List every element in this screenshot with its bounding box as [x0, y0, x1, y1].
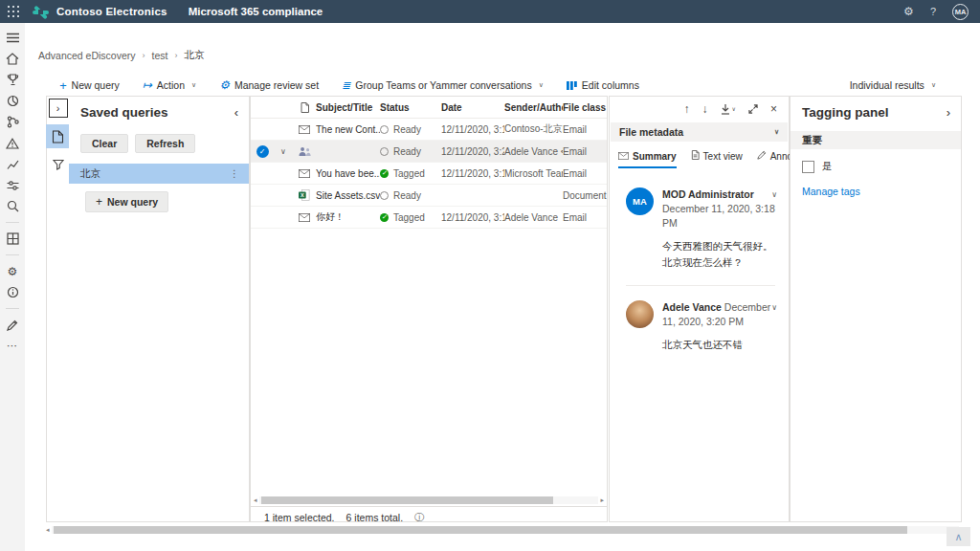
- message-divider: [626, 285, 775, 286]
- column-subject[interactable]: Subject/Title: [316, 102, 380, 113]
- cell-date: 12/11/2020, 3:20...: [441, 146, 504, 157]
- status-ready-icon: [380, 191, 389, 200]
- table-row[interactable]: You have bee...✓Tagged12/11/2020, 3:19..…: [251, 163, 607, 185]
- row-expand-chevron-icon[interactable]: ∨: [274, 147, 293, 156]
- add-icon: +: [96, 195, 102, 209]
- data-classification-icon[interactable]: [6, 94, 20, 108]
- new-query-button[interactable]: +New query: [85, 191, 168, 212]
- table-row[interactable]: ✓∨Ready12/11/2020, 3:20...Adele Vance <A…: [251, 141, 607, 163]
- search-icon[interactable]: [6, 199, 20, 213]
- results-mode-label: Individual results: [850, 79, 924, 91]
- column-status[interactable]: Status: [380, 102, 441, 113]
- command-label: Edit columns: [582, 79, 639, 91]
- app-title[interactable]: Microsoft 365 compliance: [189, 6, 323, 17]
- message-collapse-chevron-icon[interactable]: ∨: [771, 190, 777, 199]
- table-horizontal-scrollbar[interactable]: ◂ ▸: [254, 496, 604, 504]
- scrollbar-thumb[interactable]: [54, 526, 907, 534]
- table-row[interactable]: The new Cont...Ready12/11/2020, 3:17...C…: [251, 119, 607, 141]
- data-connectors-icon[interactable]: [6, 115, 20, 129]
- expand-panel-button[interactable]: ›: [49, 99, 68, 118]
- tab-summary[interactable]: Summary: [618, 150, 677, 168]
- column-date[interactable]: Date: [441, 102, 504, 113]
- scroll-left-arrow-icon[interactable]: ◂: [254, 496, 257, 503]
- nav-divider: [6, 254, 19, 255]
- column-sender[interactable]: Sender/Author: [504, 102, 563, 113]
- help-icon[interactable]: ?: [930, 6, 936, 17]
- table-row[interactable]: XSite Assets.csvReadyDocument: [251, 185, 607, 207]
- edit-icon[interactable]: [6, 318, 20, 332]
- more-options-icon[interactable]: ⋮: [230, 168, 239, 179]
- saved-queries-list: 北京⋮: [69, 164, 249, 184]
- previous-item-arrow-up-icon[interactable]: ↑: [684, 103, 690, 115]
- scroll-left-arrow-icon[interactable]: ◂: [46, 526, 50, 533]
- breadcrumb-item[interactable]: Advanced eDiscovery: [38, 50, 136, 61]
- compliance-manager-icon[interactable]: [6, 73, 20, 87]
- item-detail-panel: ↑ ↓ ∨ × File metadata ∨ SummaryText view…: [609, 96, 790, 522]
- close-icon[interactable]: ×: [770, 103, 777, 115]
- saved-queries-title: Saved queries: [69, 97, 249, 120]
- home-icon[interactable]: [6, 52, 20, 66]
- expand-view-icon[interactable]: [748, 104, 758, 114]
- cell-subject: Site Assets.csv: [316, 190, 380, 201]
- detail-tabs: SummaryText viewAnnotate view: [610, 142, 789, 168]
- status-ready-icon: [380, 147, 389, 156]
- row-select-checkbox[interactable]: ✓: [251, 145, 274, 158]
- more-icon[interactable]: ⋯: [6, 339, 20, 353]
- review-set-document-icon[interactable]: [46, 124, 70, 148]
- info-icon[interactable]: [6, 285, 20, 299]
- topbar: Contoso Electronics Microsoft 365 compli…: [0, 0, 980, 23]
- policies-icon[interactable]: [6, 178, 20, 192]
- settings-icon[interactable]: ⚙: [6, 264, 20, 278]
- saved-query-item[interactable]: 北京⋮: [69, 164, 249, 184]
- table-row[interactable]: 你好！✓Tagged12/11/2020, 3:16...Adele Vance…: [251, 207, 607, 229]
- command-manage-review-set[interactable]: ⚙Manage review set: [219, 79, 319, 91]
- collapse-panel-icon[interactable]: ›: [947, 105, 950, 120]
- chevron-down-icon: ∨: [931, 81, 936, 89]
- next-item-arrow-down-icon[interactable]: ↓: [702, 103, 708, 115]
- scroll-right-arrow-icon[interactable]: ▸: [600, 496, 604, 503]
- clear-button[interactable]: Clear: [80, 134, 128, 153]
- menu-icon[interactable]: [6, 31, 20, 45]
- account-avatar[interactable]: MA: [952, 4, 969, 20]
- app-launcher-waffle-icon[interactable]: [8, 6, 20, 18]
- download-icon[interactable]: ∨: [721, 104, 736, 115]
- results-mode-dropdown[interactable]: Individual results ∨: [850, 79, 936, 91]
- command-bar: +New query↦Action∨⚙Manage review set≣Gro…: [59, 76, 639, 95]
- tagging-panel: Tagging panel › 重要 是 Manage tags: [790, 96, 962, 522]
- command-edit-columns[interactable]: Edit columns: [567, 79, 639, 91]
- message-author: Adele Vance: [662, 301, 722, 313]
- cell-status: ✓Tagged: [380, 168, 441, 179]
- command-group-teams-or-yammer-conversations[interactable]: ≣Group Teams or Yammer conversations∨: [342, 79, 544, 91]
- filter-funnel-icon[interactable]: [53, 157, 64, 174]
- file-type-column-icon[interactable]: [293, 102, 316, 113]
- command-action[interactable]: ↦Action∨: [143, 79, 196, 91]
- message-body: 今天西雅图的天气很好。 北京现在怎么样？: [662, 238, 776, 271]
- collapse-panel-icon[interactable]: ‹: [234, 105, 238, 120]
- file-metadata-expander[interactable]: File metadata ∨: [611, 122, 788, 142]
- manage-tags-link[interactable]: Manage tags: [802, 186, 860, 197]
- solutions-catalog-icon[interactable]: [6, 231, 20, 246]
- settings-gear-icon[interactable]: ⚙: [903, 5, 914, 18]
- status-tagged-icon: ✓: [380, 213, 389, 222]
- scroll-to-top-button[interactable]: ∧: [947, 527, 970, 546]
- info-icon[interactable]: ⓘ: [414, 511, 424, 524]
- mail-icon: [618, 151, 629, 162]
- breadcrumb-item[interactable]: test: [152, 50, 168, 61]
- cell-subject: You have bee...: [316, 168, 380, 179]
- group-list-icon: ≣: [342, 80, 350, 91]
- scrollbar-thumb[interactable]: [261, 496, 553, 504]
- refresh-button[interactable]: Refresh: [135, 134, 195, 153]
- tag-checkbox[interactable]: [802, 161, 814, 173]
- cell-status: Ready: [380, 124, 441, 135]
- message-collapse-chevron-icon[interactable]: ∨: [771, 303, 777, 312]
- tab-text-view[interactable]: Text view: [691, 150, 743, 168]
- tag-option-row: 是: [791, 149, 961, 173]
- command-new-query[interactable]: +New query: [59, 79, 120, 92]
- column-file-class[interactable]: File class: [563, 102, 607, 113]
- alerts-icon[interactable]: [6, 136, 20, 150]
- cell-sender: Microsoft Teams ...: [504, 168, 563, 179]
- reports-icon[interactable]: [6, 157, 20, 171]
- selected-check-icon: ✓: [256, 145, 269, 158]
- cell-file-class: Email: [563, 212, 607, 223]
- page-horizontal-scrollbar[interactable]: ◂ ▸: [46, 525, 965, 534]
